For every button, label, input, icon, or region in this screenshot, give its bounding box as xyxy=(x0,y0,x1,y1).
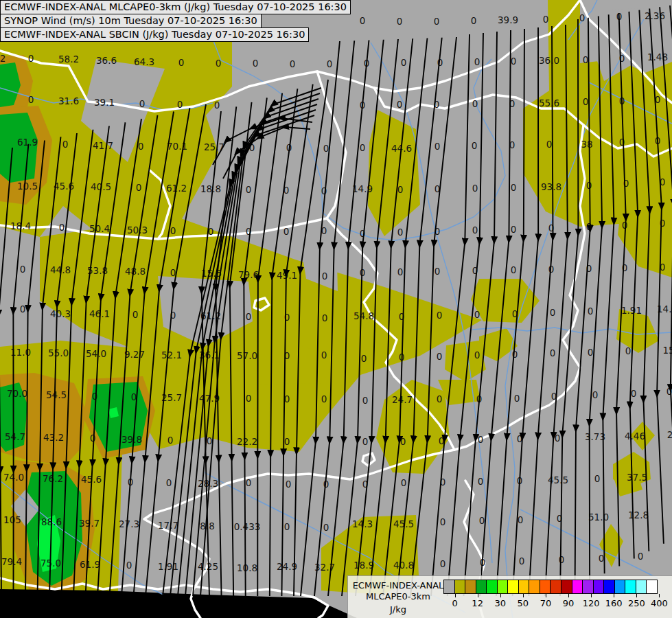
map-value-label: 0 xyxy=(62,139,69,150)
map-value-label: 0 xyxy=(625,345,632,356)
map-value-label: 50.4 xyxy=(89,223,110,234)
map-value-label: 0 xyxy=(555,433,561,444)
map-value-label: 9.27 xyxy=(124,349,145,360)
legend-tick-label: 400 xyxy=(648,598,671,608)
legend-color-swatch xyxy=(561,580,572,594)
legend-tick-label: 120 xyxy=(580,598,603,608)
map-value-label: 0 xyxy=(471,15,477,26)
map-value-label: 61.9 xyxy=(80,559,100,570)
legend-color-swatch xyxy=(646,580,658,594)
map-value-label: 54.0 xyxy=(86,348,106,359)
map-value-label: 0 xyxy=(28,53,34,64)
legend-color-swatch xyxy=(465,580,476,594)
map-value-label: 0 xyxy=(360,142,366,153)
map-value-label: 40.8 xyxy=(393,560,414,571)
map-value-label: 0 xyxy=(437,310,443,321)
map-value-label: 41.7 xyxy=(93,140,113,151)
map-value-label: 0 xyxy=(472,183,478,194)
map-value-label: 0 xyxy=(592,389,599,400)
map-value-label: 0 xyxy=(253,58,259,69)
legend-unit: J/kg xyxy=(352,604,444,615)
map-value-label: 0 xyxy=(170,225,176,236)
map-value-label: 0 xyxy=(400,436,406,447)
map-value-label: 3.73 xyxy=(585,431,605,442)
map-value-label: 0 xyxy=(323,143,329,154)
map-value-label: 0 xyxy=(397,266,404,277)
header-line-sbcin: ECMWF-INDEX-ANAL SBCIN (J/kg) Tuesday 07… xyxy=(0,27,309,42)
map-value-label: 2.36 xyxy=(645,10,665,21)
map-value-label: 0 xyxy=(28,94,34,105)
map-value-label: 54.7 xyxy=(5,431,25,442)
legend-color-swatch xyxy=(625,580,636,594)
legend-title: ECMWF-INDEX-ANAL xyxy=(352,580,444,591)
map-value-label: 48.8 xyxy=(125,266,146,277)
legend-color-swatch xyxy=(486,580,498,594)
map-value-label: 0 xyxy=(518,514,524,525)
map-value-label: 79.6 xyxy=(238,269,259,280)
map-value-label: 0 xyxy=(559,554,565,565)
map-value-label: 0 xyxy=(397,184,404,195)
legend-swatch-row xyxy=(443,580,657,594)
map-value-label: 0 xyxy=(586,221,592,232)
map-value-label: 0 xyxy=(177,99,183,110)
map-value-label: 0 xyxy=(583,96,589,107)
map-value-label: 28.3 xyxy=(198,478,218,489)
map-value-label: 18.9 xyxy=(354,560,374,571)
color-scale-legend: ECMWF-INDEX-ANAL MLCAPE0-3km J/kg 012305… xyxy=(347,575,672,618)
map-value-label: 39.9 xyxy=(498,14,518,25)
map-value-label: 14.9 xyxy=(352,183,373,194)
map-value-label: 0 xyxy=(20,304,26,314)
map-value-label: 0 xyxy=(519,556,525,566)
map-value-label: 0 xyxy=(511,56,517,67)
map-value-label: 2 xyxy=(667,429,672,440)
map-value-label: 0 xyxy=(435,141,441,152)
map-value-label: 38 xyxy=(581,139,592,150)
legend-tick-label: 160 xyxy=(603,598,625,608)
map-value-label: 0 xyxy=(440,558,446,569)
map-value-label: 0 xyxy=(434,16,440,27)
map-value-label: 0 xyxy=(166,477,172,488)
map-value-label: 58.2 xyxy=(58,54,79,65)
map-value-label: 52.1 xyxy=(161,350,182,360)
legend-color-swatch xyxy=(443,580,455,594)
map-value-label: 0 xyxy=(437,393,443,404)
map-value-label: 0 xyxy=(397,16,403,27)
map-value-label: 0 xyxy=(90,433,96,444)
legend-tick-label: 12 xyxy=(466,598,489,608)
map-value-label: 0 xyxy=(474,56,480,67)
map-value-label: 1.91 xyxy=(621,305,642,316)
legend-color-swatch xyxy=(497,580,509,594)
map-value-label: 0 xyxy=(474,309,480,320)
map-value-label: 0 xyxy=(511,224,517,235)
map-value-label: 0 xyxy=(290,58,296,69)
map-value-label: 0 xyxy=(478,434,484,445)
map-value-label: 0 xyxy=(631,388,637,399)
map-value-label: 0 xyxy=(362,395,369,406)
legend-color-swatch xyxy=(476,580,487,594)
map-value-label: 0 xyxy=(583,54,589,65)
map-value-label: 22.2 xyxy=(237,436,257,447)
legend-tick-label: 90 xyxy=(557,598,579,608)
map-value-label: 0 xyxy=(401,57,407,68)
map-value-label: 0 xyxy=(362,436,369,447)
map-value-label: 0 xyxy=(139,98,146,109)
map-value-label: 0 xyxy=(514,393,520,404)
legend-tick-label: 250 xyxy=(625,598,648,608)
map-value-label: 105 xyxy=(3,514,21,525)
legend-tick-label: 30 xyxy=(489,598,511,608)
map-value-label: 0 xyxy=(214,100,220,111)
map-value-label: 0 xyxy=(126,560,132,571)
map-value-label: 70.0 xyxy=(7,388,27,399)
map-value-label: 36.0 xyxy=(539,55,559,66)
map-value-label: 0 xyxy=(322,271,328,282)
map-value-label: 0 xyxy=(132,309,139,320)
map-value-label: 0 xyxy=(660,218,666,229)
map-value-label: 0 xyxy=(246,184,252,195)
map-value-label: 0 xyxy=(138,141,144,152)
map-value-label: 0 xyxy=(622,220,628,231)
map-value-label: 1.48 xyxy=(647,52,668,62)
map-value-label: 0 xyxy=(435,266,441,277)
map-value-label: 61.9 xyxy=(17,137,38,148)
map-value-label: 54.5 xyxy=(46,389,67,400)
legend-color-swatch xyxy=(507,580,519,594)
